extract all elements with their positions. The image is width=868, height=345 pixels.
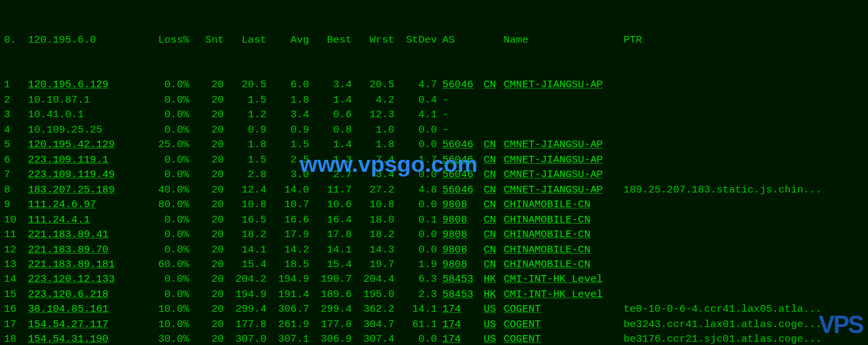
hop-best: 306.9 <box>314 332 357 345</box>
hop-wrst: 18.0 <box>357 212 400 227</box>
hop-loss: 0.0% <box>147 212 195 227</box>
hop-cc: US <box>484 332 504 345</box>
hop-row: 15223.120.6.2180.0%20194.9191.4189.6195.… <box>4 287 864 302</box>
hop-snt: 20 <box>195 242 229 257</box>
hop-asname: COGENT <box>504 302 624 316</box>
hop-host: 221.183.89.181 <box>28 257 147 272</box>
hop-best: 177.8 <box>314 317 357 332</box>
hop-cc: CN <box>484 197 504 212</box>
hop-best: 17.8 <box>314 227 357 242</box>
hop-wrst: 195.0 <box>357 287 400 302</box>
hop-asname: CMNET-JIANGSU-AP <box>504 137 624 152</box>
hop-snt: 20 <box>195 153 229 167</box>
col-wrst: Wrst <box>357 33 400 47</box>
hop-cc: CN <box>484 167 504 182</box>
watermark-text: www.vpsgo.com <box>300 148 478 180</box>
col-as: AS <box>442 33 484 47</box>
hop-asname <box>504 93 624 107</box>
hop-last: 1.8 <box>229 137 272 152</box>
hop-host: 223.120.6.218 <box>28 287 147 302</box>
hop-num: 7 <box>4 167 28 182</box>
hop-cc <box>484 107 504 122</box>
hop-loss: 0.0% <box>147 272 195 286</box>
hop-last: 299.4 <box>229 302 272 316</box>
hop-asname: CHINAMOBILE-CN <box>504 242 624 257</box>
hop-num: 12 <box>4 242 28 257</box>
hop-stdev: 0.0 <box>400 123 442 137</box>
hop-num: 18 <box>4 332 28 345</box>
hop-as: 58453 <box>442 272 484 286</box>
hop-loss: 30.0% <box>147 332 195 345</box>
hop-best: 10.6 <box>314 197 357 212</box>
hop-snt: 20 <box>195 93 229 107</box>
hop-best: 11.7 <box>314 182 357 197</box>
hop-num: 1 <box>4 77 28 92</box>
hop-wrst: 20.5 <box>357 77 400 92</box>
hop-loss: 0.0% <box>147 123 195 137</box>
hop-num: 14 <box>4 272 28 286</box>
hop-num: 8 <box>4 182 28 197</box>
hop-last: 15.4 <box>229 257 272 272</box>
hop-avg: 307.1 <box>272 332 314 345</box>
hop-cc: CN <box>484 212 504 227</box>
hop-ptr <box>624 227 864 242</box>
hop-snt: 20 <box>195 167 229 182</box>
hop-num: 11 <box>4 227 28 242</box>
hop-last: 18.2 <box>229 227 272 242</box>
hop-cc <box>484 93 504 107</box>
hop-asname: CHINAMOBILE-CN <box>504 227 624 242</box>
hop-host: 223.109.119.49 <box>28 167 147 182</box>
hop-row: 9111.24.6.9780.0%2010.810.710.610.80.098… <box>4 197 864 212</box>
hop-asname: CHINAMOBILE-CN <box>504 257 624 272</box>
hop-stdev: 0.0 <box>400 242 442 257</box>
hop-cc: HK <box>484 272 504 286</box>
hop-snt: 20 <box>195 123 229 137</box>
hop-snt: 20 <box>195 257 229 272</box>
hop-cc: CN <box>484 153 504 167</box>
hop-row: 11221.183.89.410.0%2018.217.917.818.20.0… <box>4 227 864 242</box>
hop-asname: COGENT <box>504 332 624 345</box>
hop-stdev: 2.3 <box>400 287 442 302</box>
hop-snt: 20 <box>195 227 229 242</box>
hop-wrst: 204.4 <box>357 272 400 286</box>
hop-loss: 25.0% <box>147 137 195 152</box>
hop-loss: 0.0% <box>147 242 195 257</box>
hop-asname: CHINAMOBILE-CN <box>504 197 624 212</box>
hop-last: 2.8 <box>229 167 272 182</box>
hop-avg: 10.7 <box>272 197 314 212</box>
hop-loss: 40.0% <box>147 182 195 197</box>
hop-best: 3.4 <box>314 77 357 92</box>
hop-row: 14223.120.12.1330.0%20204.2194.9190.7204… <box>4 272 864 286</box>
header-row: 0. 120.195.6.0 Loss% Snt Last Avg Best W… <box>4 33 864 47</box>
hop-cc: US <box>484 302 504 316</box>
hop-avg: 261.9 <box>272 317 314 332</box>
hop-host: 223.120.12.133 <box>28 272 147 286</box>
hop-stdev: 61.1 <box>400 317 442 332</box>
hop-row: 1638.104.85.16110.0%20299.4306.7299.4362… <box>4 302 864 316</box>
col-host: 120.195.6.0 <box>28 33 147 47</box>
col-stdev: StDev <box>400 33 442 47</box>
hop-snt: 20 <box>195 107 229 122</box>
hop-last: 194.9 <box>229 287 272 302</box>
col-best: Best <box>314 33 357 47</box>
hop-asname: COGENT <box>504 317 624 332</box>
hop-avg: 306.7 <box>272 302 314 316</box>
hop-loss: 0.0% <box>147 287 195 302</box>
hop-best: 299.4 <box>314 302 357 316</box>
hop-snt: 20 <box>195 77 229 92</box>
hop-ptr <box>624 257 864 272</box>
hop-last: 0.9 <box>229 123 272 137</box>
hop-asname: CMNET-JIANGSU-AP <box>504 167 624 182</box>
hop-num: 15 <box>4 287 28 302</box>
col-avg: Avg <box>272 33 314 47</box>
hop-ptr <box>624 212 864 227</box>
hop-stdev: 6.3 <box>400 272 442 286</box>
hop-as: 174 <box>442 332 484 345</box>
col-loss: Loss% <box>147 33 195 47</box>
hop-asname: CMI-INT-HK Level <box>504 272 624 286</box>
hop-cc: CN <box>484 137 504 152</box>
hop-host: 120.195.6.129 <box>28 77 147 92</box>
hop-loss: 80.0% <box>147 197 195 212</box>
hop-stdev: 0.0 <box>400 332 442 345</box>
hop-loss: 0.0% <box>147 227 195 242</box>
